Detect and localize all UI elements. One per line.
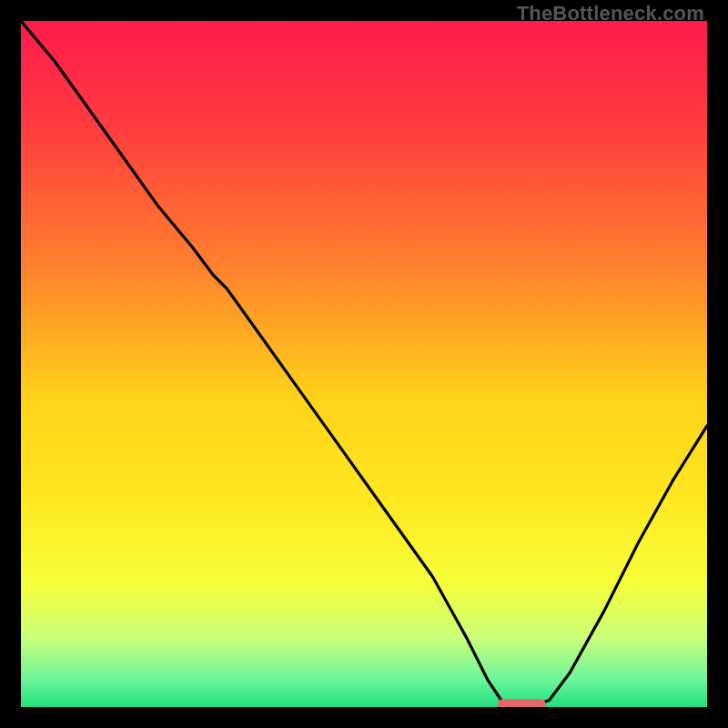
gradient-background [21,21,707,707]
chart-frame [21,21,707,707]
bottleneck-chart [21,21,707,707]
optimal-marker [498,699,546,707]
watermark-text: TheBottleneck.com [517,2,704,25]
